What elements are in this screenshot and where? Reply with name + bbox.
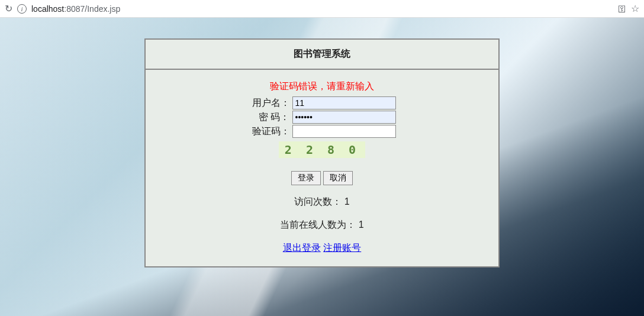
- online-label: 当前在线人数为：: [280, 220, 356, 230]
- online-value: 1: [359, 220, 364, 230]
- link-row: 退出登录 注册账号: [157, 242, 487, 254]
- captcha-row: 验证码：: [157, 125, 487, 138]
- username-input[interactable]: [292, 96, 396, 109]
- info-icon[interactable]: i: [17, 4, 27, 14]
- error-message: 验证码错误，请重新输入: [157, 80, 487, 93]
- reload-icon[interactable]: ↻: [5, 3, 12, 14]
- star-icon[interactable]: ☆: [631, 3, 639, 14]
- password-row: 密 码：: [157, 111, 487, 124]
- visit-count-label: 访问次数：: [294, 196, 342, 207]
- cancel-button[interactable]: 取消: [323, 171, 353, 185]
- login-button[interactable]: 登录: [291, 171, 321, 185]
- address-bar: ↻ i localhost:8087/Index.jsp ⚿ ☆: [0, 0, 644, 18]
- visit-count-value: 1: [344, 196, 350, 207]
- captcha-image[interactable]: 2 2 8 0: [279, 141, 365, 158]
- register-link[interactable]: 注册账号: [323, 243, 361, 253]
- url-path: /Index.jsp: [85, 4, 120, 14]
- button-row: 登录 取消: [157, 171, 487, 185]
- online-count: 当前在线人数为： 1: [157, 219, 487, 231]
- url-host: localhost: [31, 4, 64, 14]
- login-body: 验证码错误，请重新输入 用户名： 密 码： 验证码： 2 2 8 0 登录 取消…: [146, 70, 498, 266]
- captcha-label: 验证码：: [249, 125, 290, 138]
- logout-link[interactable]: 退出登录: [283, 243, 321, 253]
- page-title: 图书管理系统: [146, 40, 498, 70]
- password-input[interactable]: [292, 111, 396, 124]
- username-row: 用户名：: [157, 96, 487, 109]
- url-port: :8087: [64, 4, 85, 14]
- username-label: 用户名：: [249, 97, 290, 109]
- captcha-input[interactable]: [292, 125, 396, 138]
- key-icon[interactable]: ⚿: [618, 4, 626, 14]
- url-display[interactable]: localhost:8087/Index.jsp: [31, 4, 120, 14]
- login-panel: 图书管理系统 验证码错误，请重新输入 用户名： 密 码： 验证码： 2 2 8 …: [144, 38, 500, 267]
- visit-count: 访问次数： 1: [157, 196, 487, 208]
- password-label: 密 码：: [249, 111, 290, 124]
